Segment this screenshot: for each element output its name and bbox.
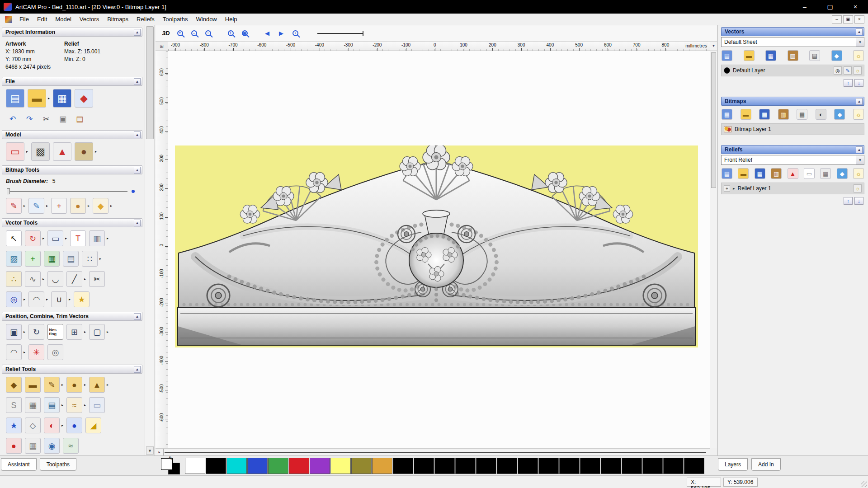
palette-swatch-20[interactable] (601, 458, 621, 474)
palette-swatch-24[interactable] (684, 458, 704, 474)
collapse-icon[interactable]: ▲ (856, 146, 863, 153)
nesting-icon[interactable]: Nes ting (47, 324, 63, 340)
move-layer-down-icon[interactable]: ↓ (854, 197, 863, 205)
flyout-caret-icon[interactable]: ▸ (84, 403, 86, 407)
section-vector-tools-header[interactable]: Vector Tools ▲ (2, 218, 142, 227)
menu-item-help[interactable]: Help (221, 14, 241, 24)
blank-relief-icon[interactable]: ▭ (804, 168, 815, 179)
previous-view-icon[interactable]: ◀ (261, 28, 273, 39)
minimize-button[interactable]: – (792, 0, 817, 14)
flyout-caret-icon[interactable]: ▸ (65, 236, 67, 240)
mdi-restore-button[interactable]: ▣ (843, 15, 853, 23)
palette-swatch-7[interactable] (330, 458, 351, 474)
palette-swatch-12[interactable] (434, 458, 455, 474)
edit-layer-icon[interactable]: ✎ (844, 66, 852, 75)
move-layer-down-icon[interactable]: ↓ (854, 79, 863, 87)
collapse-icon[interactable]: ▲ (134, 29, 141, 36)
offset-vectors-icon[interactable]: ▨ (6, 251, 22, 267)
collapse-icon[interactable]: ▲ (134, 220, 141, 226)
flyout-caret-icon[interactable]: ▸ (24, 350, 25, 354)
menu-item-bitmaps[interactable]: Bitmaps (103, 14, 132, 24)
smooth-polyline-icon[interactable]: ∿ (25, 271, 41, 287)
palette-swatch-3[interactable] (247, 458, 268, 474)
set-model-size-icon[interactable]: ▭ (6, 142, 24, 161)
turn-icon[interactable]: ◐ (44, 418, 60, 433)
section-bitmaps-header[interactable]: Bitmaps ▲ (721, 97, 864, 106)
maximize-button[interactable]: ▢ (817, 0, 843, 14)
flyout-caret-icon[interactable]: ▸ (61, 383, 63, 387)
flyout-caret-icon[interactable]: ▸ (107, 330, 108, 334)
visibility-icon[interactable]: ☼ (854, 184, 862, 192)
chevron-down-icon[interactable]: ▼ (856, 155, 864, 164)
delete-layer-icon[interactable]: ◆ (831, 50, 842, 61)
add-relief-layer-icon[interactable]: + (724, 185, 730, 192)
flyout-caret-icon[interactable]: ▸ (42, 236, 44, 240)
extrude-icon[interactable]: ★ (6, 418, 22, 433)
menu-item-vectors[interactable]: Vectors (75, 14, 103, 24)
export-model-icon[interactable]: ◆ (75, 89, 93, 108)
smooth-relief-icon[interactable]: ▬ (25, 377, 41, 393)
isolate-relief-icon[interactable]: ● (6, 438, 22, 454)
palette-swatch-13[interactable] (455, 458, 476, 474)
create-arc-icon[interactable]: ◠ (28, 291, 44, 307)
save-model-icon[interactable]: ▦ (53, 89, 71, 108)
mdi-minimize-button[interactable]: – (832, 15, 842, 23)
section-relief-tools-header[interactable]: Relief Tools ▲ (2, 365, 142, 374)
horizontal-scrollbar[interactable]: ▸ (156, 448, 710, 455)
ruler-options-icon[interactable]: ▼ (710, 42, 717, 51)
close-button[interactable]: × (843, 0, 868, 14)
palette-swatch-18[interactable] (559, 458, 580, 474)
visibility-icon[interactable]: ☼ (854, 66, 862, 75)
upload-layer-icon[interactable]: ▥ (788, 50, 798, 61)
palette-swatch-23[interactable] (663, 458, 684, 474)
vector-layer-row[interactable]: Default Layer ◎ ✎ ☼ (721, 65, 864, 76)
join-vectors-icon[interactable]: ∪ (51, 291, 67, 307)
save-relief-layers-icon[interactable]: ▦ (755, 168, 765, 179)
scrollbar-thumb[interactable] (711, 52, 716, 188)
collapse-icon[interactable]: ▲ (134, 167, 141, 174)
palette-swatch-6[interactable] (310, 458, 330, 474)
relief-layer-row[interactable]: + ▸ Relief Layer 1 ☼ (721, 183, 864, 194)
offset-model-icon[interactable]: ▲ (53, 142, 71, 161)
tab-layers[interactable]: Layers (718, 458, 748, 471)
circular-copy-icon[interactable]: ↻ (28, 324, 44, 340)
create-polyline-icon[interactable]: ╱ (66, 271, 82, 287)
menu-item-model[interactable]: Model (51, 14, 75, 24)
pattern-relief-icon[interactable]: ▦ (820, 168, 831, 179)
chevron-down-icon[interactable]: ▼ (856, 38, 864, 47)
select-vectors-icon[interactable]: ↖ (6, 230, 22, 246)
palette-swatch-5[interactable] (289, 458, 309, 474)
flyout-caret-icon[interactable]: ▸ (69, 297, 71, 301)
view-3d-button[interactable]: 3D (160, 28, 172, 39)
fillet-icon[interactable]: ◠ (6, 344, 22, 360)
dome-icon[interactable]: ● (66, 377, 82, 393)
create-circle-icon[interactable]: ◎ (6, 291, 22, 307)
flyout-caret-icon[interactable]: ▸ (61, 423, 63, 427)
merge-bitmap-layers-icon[interactable]: ▤ (797, 109, 807, 120)
show-all-layers-icon[interactable]: ☼ (853, 50, 864, 61)
spin-icon[interactable]: ◇ (25, 418, 41, 433)
cut-icon[interactable]: ✂ (39, 112, 53, 126)
spiral-icon[interactable]: ◎ (47, 344, 63, 360)
scrollbar-thumb[interactable] (146, 26, 154, 139)
menu-item-window[interactable]: Window (192, 14, 221, 24)
create-star-icon[interactable]: ★ (74, 291, 90, 307)
bitmap-to-vector-icon[interactable]: ▦ (44, 251, 60, 267)
palette-swatch-2[interactable] (226, 458, 247, 474)
zoom-out-icon[interactable]: – (188, 28, 200, 39)
delete-relief-layer-icon[interactable]: ◆ (837, 168, 848, 179)
mirror-vectors-icon[interactable]: ▥ (89, 230, 105, 246)
menu-item-file[interactable]: File (15, 14, 33, 24)
flyout-caret-icon[interactable]: ▸ (48, 96, 50, 100)
create-text-icon[interactable]: T (70, 230, 86, 246)
slider-handle[interactable] (7, 188, 10, 194)
palette-swatch-8[interactable] (351, 458, 372, 474)
resize-grip[interactable] (861, 481, 867, 487)
sculpt-icon[interactable]: ✎ (44, 377, 60, 393)
greyscale-icon[interactable]: ◐ (816, 109, 826, 120)
pick-colour-icon[interactable]: + (51, 198, 67, 214)
flyout-caret-icon[interactable]: ▸ (95, 150, 97, 154)
new-bitmap-layer-icon[interactable]: ▤ (722, 109, 732, 120)
tab-add-in[interactable]: Add In (751, 458, 781, 471)
flyout-caret-icon[interactable]: ▸ (46, 204, 48, 208)
